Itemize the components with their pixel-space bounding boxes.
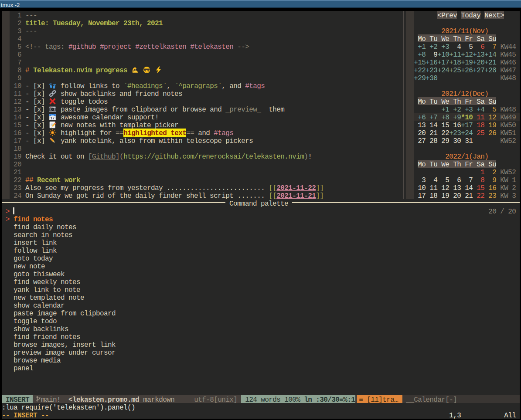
svg-text:17: 17 — [51, 116, 55, 120]
